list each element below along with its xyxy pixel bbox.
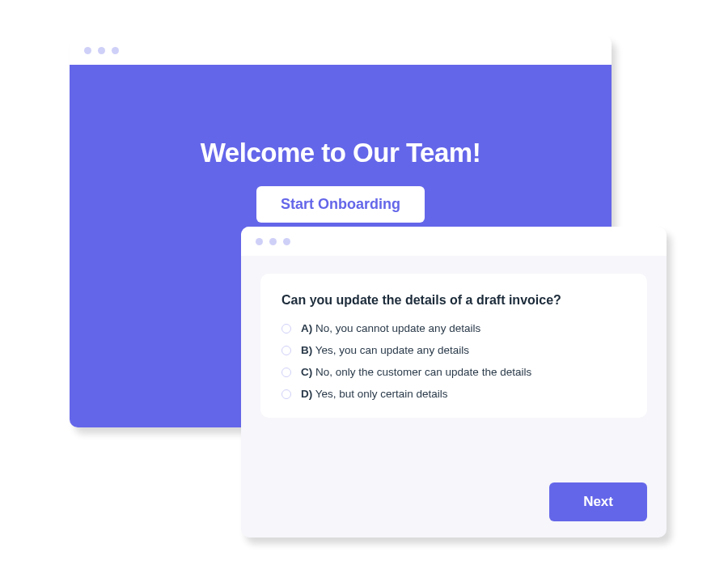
- quiz-window: Can you update the details of a draft in…: [241, 227, 667, 538]
- window-control-dot[interactable]: [84, 47, 91, 54]
- radio-icon: [281, 324, 291, 334]
- option-a[interactable]: A) No, you cannot update any details: [281, 322, 626, 334]
- question-card: Can you update the details of a draft in…: [260, 274, 647, 418]
- option-label: B) Yes, you can update any details: [301, 344, 469, 356]
- window-control-dot[interactable]: [98, 47, 105, 54]
- window-control-dot[interactable]: [269, 238, 277, 245]
- window-control-dot[interactable]: [112, 47, 119, 54]
- option-label: C) No, only the customer can update the …: [301, 366, 531, 378]
- quiz-body: Can you update the details of a draft in…: [241, 256, 667, 538]
- option-b[interactable]: B) Yes, you can update any details: [281, 344, 626, 356]
- quiz-footer: Next: [260, 468, 647, 521]
- option-c[interactable]: C) No, only the customer can update the …: [281, 366, 626, 378]
- window-control-dot[interactable]: [283, 238, 290, 245]
- radio-icon: [281, 368, 291, 377]
- welcome-title: Welcome to Our Team!: [201, 138, 480, 168]
- window-control-dot[interactable]: [256, 238, 263, 245]
- question-text: Can you update the details of a draft in…: [281, 293, 626, 308]
- option-d[interactable]: D) Yes, but only certain details: [281, 388, 626, 400]
- radio-icon: [281, 346, 291, 355]
- start-onboarding-button[interactable]: Start Onboarding: [256, 186, 425, 223]
- quiz-titlebar: [241, 227, 667, 256]
- option-label: D) Yes, but only certain details: [301, 388, 448, 400]
- next-button[interactable]: Next: [549, 482, 647, 521]
- welcome-titlebar: [70, 36, 612, 65]
- radio-icon: [281, 389, 291, 399]
- option-label: A) No, you cannot update any details: [301, 322, 480, 334]
